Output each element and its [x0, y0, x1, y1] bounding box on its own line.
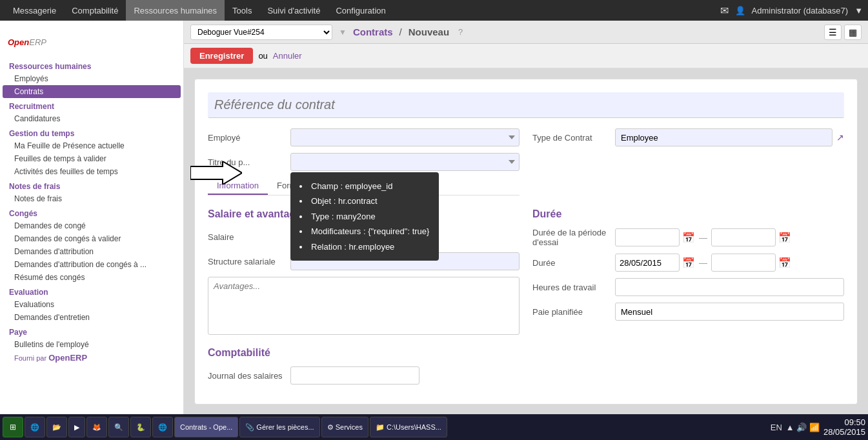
cancel-button[interactable]: Annuler [273, 51, 302, 61]
sidebar-item-demandes-conge[interactable]: Demandes de congé [0, 219, 183, 232]
taskbar-time: 09:50 28/05/2015 [823, 417, 865, 437]
help-icon[interactable]: ? [458, 27, 463, 37]
employe-row: Employé [208, 128, 520, 146]
sidebar-item-contrats[interactable]: Contrats [3, 85, 181, 98]
duree-input2[interactable] [711, 254, 776, 272]
sidebar-section-conges: Congés [0, 205, 183, 219]
ext-link-icon[interactable]: ↗ [836, 132, 844, 143]
sidebar-section-recruitment: Recruitment [0, 98, 183, 112]
action-bar: Enregistrer ou Annuler [184, 44, 868, 68]
list-view-btn[interactable]: ☰ [824, 25, 842, 40]
taskbar-explorer[interactable]: 📂 [46, 417, 67, 437]
journal-row: Journal des salaires [208, 366, 844, 385]
form-view-btn[interactable]: ▦ [844, 25, 862, 40]
paie-select[interactable]: Mensuel [615, 303, 844, 321]
sidebar-item-bulletins[interactable]: Bulletins de l'employé [0, 338, 183, 351]
taskbar: ⊞ 🌐 📂 ▶ 🦊 🔍 🐍 🌐 Contrats - Ope... 📎 Gére… [0, 414, 868, 440]
tooltip-item-2: Objet : hr.contract [299, 194, 430, 208]
sidebar-item-feuilles-valider[interactable]: Feuilles de temps à valider [0, 152, 183, 165]
cal-icon-duree[interactable]: 📅 [682, 257, 695, 269]
contract-ref-input[interactable] [208, 92, 844, 118]
lang-label: EN [771, 423, 782, 432]
sidebar-item-candidatures[interactable]: Candidatures [0, 112, 183, 125]
sidebar: OpenERP Ressources humaines Employés Con… [0, 21, 184, 414]
mail-icon[interactable]: ✉ [720, 5, 729, 17]
employe-select[interactable] [290, 128, 520, 146]
sidebar-item-employes[interactable]: Employés [0, 72, 183, 85]
titre-poste-select[interactable] [290, 153, 520, 171]
nav-suivi[interactable]: Suivi d'activité [259, 0, 328, 21]
sidebar-item-feuille-presence[interactable]: Ma Feuille de Présence actuelle [0, 139, 183, 152]
cancel-prefix: ou [258, 51, 267, 61]
duree-col: Durée Durée de la période d'essai 📅 — 📅 [532, 208, 844, 337]
taskbar-ie[interactable]: 🌐 [25, 417, 45, 437]
nav-rh[interactable]: Ressources humaines [126, 0, 225, 21]
sidebar-item-attribution[interactable]: Demandes d'attribution [0, 245, 183, 258]
paie-label: Paie planifiée [532, 307, 610, 317]
start-button[interactable]: ⊞ [3, 417, 23, 437]
heures-label: Heures de travail [532, 283, 610, 292]
sidebar-section-temps: Gestion du temps [0, 125, 183, 139]
paie-row: Paie planifiée Mensuel [532, 303, 844, 321]
duree-essai-input[interactable] [615, 228, 680, 246]
sidebar-section-paye: Paye [0, 324, 183, 338]
sidebar-item-resume[interactable]: Résumé des congés [0, 271, 183, 284]
taskbar-python[interactable]: 🐍 [130, 417, 151, 437]
sidebar-item-entretien[interactable]: Demandes d'entretien [0, 311, 183, 324]
content-area: Deboguer Vue#254 ▼ Contrats / Nouveau ? … [184, 21, 868, 414]
duree-input[interactable] [615, 254, 680, 272]
form-right-col: Type de Contrat Employee ↗ [532, 128, 844, 202]
sidebar-item-demandes-valider[interactable]: Demandes de congés à valider [0, 232, 183, 245]
duree-essai-date: 📅 — 📅 [615, 228, 791, 246]
duree-row: Durée 📅 — 📅 [532, 254, 844, 272]
heures-select[interactable] [615, 278, 844, 296]
taskbar-play[interactable]: ▶ [68, 417, 85, 437]
nav-tools[interactable]: Tools [225, 0, 259, 21]
user-icon: 👤 [735, 6, 745, 15]
sidebar-section-evaluation: Evaluation [0, 284, 183, 298]
nav-config[interactable]: Configuration [328, 0, 393, 21]
sidebar-item-fourni: Fourni par OpenERP [0, 351, 183, 365]
dropdown-icon[interactable]: ▼ [854, 6, 863, 15]
tooltip-item-4: Modificateurs : {"required": true} [299, 224, 430, 239]
sub-header: Deboguer Vue#254 ▼ Contrats / Nouveau ? … [184, 21, 868, 44]
taskbar-contrats[interactable]: Contrats - Ope... [174, 417, 238, 437]
type-contrat-row: Type de Contrat Employee ↗ [532, 128, 844, 146]
taskbar-pieces[interactable]: 📎 Gérer les pièces... [239, 417, 319, 437]
structure-label: Structure salariale [208, 257, 285, 266]
taskbar-services[interactable]: ⚙ Services [321, 417, 368, 437]
nav-comptabilite[interactable]: Comptabilité [64, 0, 126, 21]
avantages-textarea[interactable] [208, 277, 520, 335]
sidebar-item-evaluations[interactable]: Evaluations [0, 298, 183, 311]
tooltip-item-5: Relation : hr.employee [299, 239, 430, 254]
duree-essai-row: Durée de la période d'essai 📅 — 📅 [532, 228, 844, 247]
form-area: Employé Titre du p... [184, 68, 868, 414]
journal-select[interactable] [290, 366, 419, 385]
titre-poste-row: Titre du p... [208, 153, 520, 171]
type-contrat-select[interactable]: Employee [615, 128, 833, 146]
sidebar-item-attribution-valider[interactable]: Demandes d'attribution de congés à ... [0, 258, 183, 271]
sidebar-item-activites[interactable]: Activités des feuilles de temps [0, 165, 183, 178]
tooltip-item-3: Type : many2one [299, 209, 430, 224]
journal-label: Journal des salaires [208, 371, 285, 381]
employe-label: Employé [208, 133, 285, 143]
duree-essai-label: Durée de la période d'essai [532, 228, 610, 247]
taskbar-chrome[interactable]: 🌐 [152, 417, 173, 437]
cal-icon-essai2[interactable]: 📅 [778, 232, 791, 244]
duree-essai-input2[interactable] [711, 228, 776, 246]
duree-label: Durée [532, 258, 610, 268]
taskbar-files[interactable]: 📁 C:\Users\HASS... [370, 417, 447, 437]
nav-messagerie[interactable]: Messagerie [5, 0, 64, 21]
sidebar-item-notes-frais[interactable]: Notes de frais [0, 192, 183, 205]
taskbar-firefox[interactable]: 🦊 [86, 417, 107, 437]
save-button[interactable]: Enregistrer [190, 48, 253, 64]
debug-select[interactable]: Deboguer Vue#254 [190, 25, 332, 40]
heures-row: Heures de travail [532, 278, 844, 296]
taskbar-search[interactable]: 🔍 [108, 417, 129, 437]
cal-icon-essai[interactable]: 📅 [682, 232, 695, 244]
duree-section-title: Durée [532, 208, 844, 220]
duree-date: 📅 — 📅 [615, 254, 791, 272]
cal-icon-duree2[interactable]: 📅 [778, 257, 791, 269]
top-navigation: Messagerie Comptabilité Ressources humai… [0, 0, 868, 21]
user-label: Administrator (database7) [752, 6, 849, 15]
